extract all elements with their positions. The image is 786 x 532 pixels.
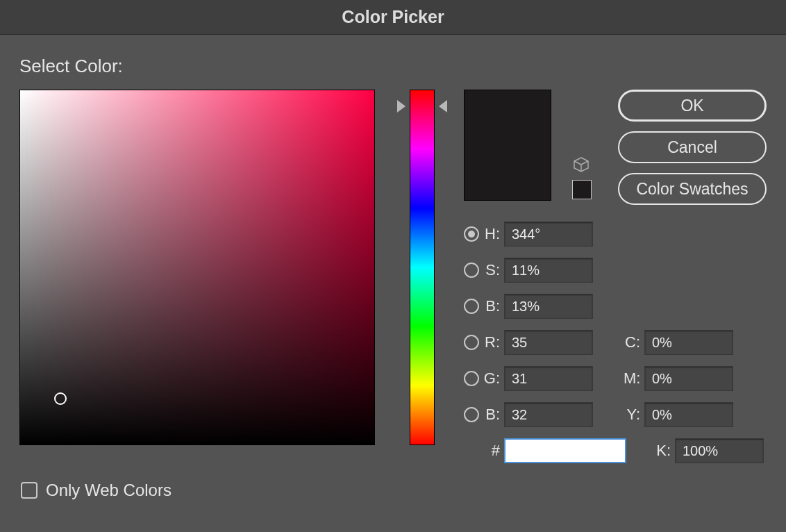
saturation-brightness-field[interactable] — [19, 90, 375, 445]
input-g[interactable] — [504, 366, 593, 391]
hex-row: # K: — [464, 438, 767, 463]
preview-block — [464, 90, 554, 201]
hue-arrow-right-icon — [439, 100, 447, 113]
input-r[interactable] — [504, 330, 593, 355]
top-right-row: OK Cancel Color Swatches — [464, 90, 767, 205]
web-colors-row: Only Web Colors — [21, 481, 172, 500]
label-c: C: — [624, 333, 644, 351]
radio-blue[interactable] — [464, 407, 479, 422]
label-y: Y: — [624, 406, 644, 424]
main-row: OK Cancel Color Swatches H: S: B: — [19, 90, 767, 463]
radio-s[interactable] — [464, 263, 479, 278]
cancel-button[interactable]: Cancel — [618, 131, 767, 163]
mini-swatch[interactable] — [572, 180, 592, 199]
only-web-colors-label: Only Web Colors — [46, 481, 172, 500]
color-swatches-button[interactable]: Color Swatches — [618, 173, 767, 205]
content-area: Select Color: — [0, 35, 786, 532]
radio-b[interactable] — [464, 299, 479, 314]
only-web-colors-checkbox[interactable] — [21, 482, 37, 499]
button-column: OK Cancel Color Swatches — [618, 90, 767, 205]
input-k[interactable] — [675, 438, 764, 463]
titlebar: Color Picker — [0, 0, 786, 35]
label-brightness: B: — [483, 297, 504, 315]
input-y[interactable] — [644, 402, 733, 427]
ok-button[interactable]: OK — [618, 90, 767, 122]
label-blue: B: — [483, 406, 504, 424]
radio-h[interactable] — [464, 226, 479, 242]
input-brightness[interactable] — [504, 294, 593, 319]
sb-marker[interactable] — [54, 392, 67, 405]
label-r: R: — [483, 333, 504, 351]
label-g: G: — [483, 369, 504, 388]
right-column: OK Cancel Color Swatches H: S: B: — [464, 90, 767, 463]
input-s[interactable] — [504, 258, 593, 283]
input-h[interactable] — [504, 222, 593, 247]
window-title: Color Picker — [342, 7, 444, 27]
input-c[interactable] — [644, 330, 733, 355]
select-color-label: Select Color: — [19, 56, 767, 77]
input-hex[interactable] — [504, 438, 626, 463]
label-k: K: — [654, 442, 675, 460]
radio-g[interactable] — [464, 371, 479, 386]
label-m: M: — [624, 369, 644, 388]
input-blue[interactable] — [504, 402, 593, 427]
label-hex: # — [483, 442, 504, 460]
radio-r[interactable] — [464, 335, 479, 350]
hue-bar[interactable] — [410, 90, 435, 445]
value-fields: H: S: B: R: C: — [464, 222, 767, 427]
label-s: S: — [483, 261, 504, 279]
color-preview — [464, 90, 551, 201]
hue-slider[interactable] — [399, 90, 446, 445]
hue-arrow-left-icon — [397, 100, 405, 113]
cube-icon[interactable] — [573, 156, 590, 173]
input-m[interactable] — [644, 366, 733, 391]
label-h: H: — [483, 225, 504, 243]
